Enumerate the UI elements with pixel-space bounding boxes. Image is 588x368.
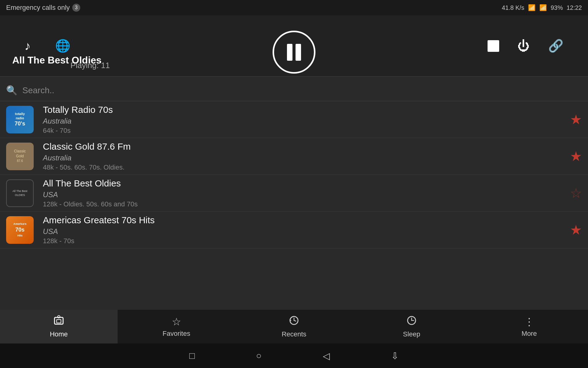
logo-oldies-img: All The BestOLDIES [6, 179, 34, 207]
nav-home[interactable]: Home [0, 310, 118, 343]
pause-button[interactable] [273, 31, 315, 74]
station-info: Americas Greatest 70s Hits USA 128k - 70… [43, 215, 564, 245]
pause-icon [287, 44, 301, 61]
station-item[interactable]: All The BestOLDIES All The Best Oldies U… [0, 175, 588, 212]
nav-more-label: More [522, 330, 537, 338]
recents-icon [288, 315, 300, 328]
back-button[interactable]: ◁ [323, 351, 330, 361]
sleep-icon [406, 315, 417, 328]
logo-70s-img: totallyradio70's [6, 106, 34, 133]
pause-bar-right [296, 44, 301, 61]
power-button[interactable]: ⏻ [518, 39, 530, 53]
station-logo: ClassicGold87.6 [6, 143, 34, 170]
station-item[interactable]: America's70sHits Americas Greatest 70s H… [0, 212, 588, 248]
station-name: Totally Radio 70s [43, 105, 564, 115]
nav-recents-label: Recents [282, 330, 307, 338]
station-item[interactable]: totallyradio70's Totally Radio 70s Austr… [0, 101, 588, 138]
logo-americas-img: America's70sHits [6, 216, 34, 244]
station-bitrate: 128k - Oldies. 50s. 60s and 70s [43, 200, 564, 208]
now-playing-title: All The Best Oldies [6, 55, 108, 66]
bluetooth-icon: 📶 [528, 4, 536, 11]
favorite-button[interactable]: ☆ [570, 185, 582, 201]
svg-rect-1 [57, 320, 61, 323]
logo-classic-gold-img: ClassicGold87.6 [6, 143, 34, 170]
station-logo: America's70sHits [6, 216, 34, 244]
pause-bar-left [287, 44, 292, 61]
signal-icon: 📶 [539, 4, 547, 11]
svg-line-5 [294, 320, 296, 321]
favorite-button[interactable]: ★ [570, 112, 582, 127]
station-country: Australia [43, 117, 564, 125]
station-bitrate: 128k - 70s [43, 237, 564, 245]
status-bar-right: 41.8 K/s 📶 📶 93% 12:22 [502, 4, 582, 11]
left-controls: ♪ 🌐 [24, 39, 70, 53]
share-button[interactable]: 🔗 [548, 39, 564, 53]
station-country: Australia [43, 154, 564, 162]
music-icon: ♪ [24, 39, 31, 53]
station-info: All The Best Oldies USA 128k - Oldies. 5… [43, 178, 564, 208]
home-button[interactable]: ○ [256, 351, 262, 361]
player-area: ♪ 🌐 ⏻ 🔗 Playing: 11 [0, 15, 588, 77]
station-logo: All The BestOLDIES [6, 179, 34, 207]
station-name: Americas Greatest 70s Hits [43, 215, 564, 225]
station-name: Classic Gold 87.6 Fm [43, 141, 564, 152]
notification-badge: 3 [72, 4, 80, 12]
emergency-text: Emergency calls only [6, 4, 70, 12]
battery-text: 93% [551, 4, 563, 11]
station-info: Totally Radio 70s Australia 64k - 70s [43, 105, 564, 135]
nav-sleep[interactable]: Sleep [353, 310, 470, 343]
nav-favorites-label: Favorites [163, 330, 190, 338]
network-speed: 41.8 K/s [502, 4, 524, 11]
bottom-nav: Home ☆ Favorites Recents Sleep ⋮ [0, 310, 588, 343]
nav-favorites[interactable]: ☆ Favorites [118, 310, 235, 343]
favorites-icon: ☆ [172, 316, 181, 328]
station-list: totallyradio70's Totally Radio 70s Austr… [0, 101, 588, 319]
search-input[interactable] [22, 86, 582, 95]
station-info: Classic Gold 87.6 Fm Australia 48k - 50s… [43, 141, 564, 171]
station-country: USA [43, 227, 564, 236]
right-controls: ⏻ 🔗 [488, 39, 564, 53]
status-bar: Emergency calls only 3 41.8 K/s 📶 📶 93% … [0, 0, 588, 15]
stop-button[interactable] [488, 40, 499, 52]
station-bitrate: 48k - 50s. 60s. 70s. Oldies. [43, 163, 564, 171]
status-bar-left: Emergency calls only 3 [6, 4, 80, 12]
system-nav: □ ○ ◁ ⇩ [0, 343, 588, 368]
nav-home-label: Home [50, 330, 68, 338]
time-display: 12:22 [567, 4, 582, 11]
search-icon: 🔍 [6, 85, 17, 96]
menu-button[interactable]: ⇩ [391, 351, 399, 361]
favorite-button[interactable]: ★ [570, 222, 582, 238]
more-icon: ⋮ [524, 316, 534, 328]
search-area: 🔍 [0, 80, 588, 101]
recent-apps-button[interactable]: □ [189, 351, 195, 361]
player-controls: ♪ 🌐 ⏻ 🔗 [0, 39, 588, 53]
nav-recents[interactable]: Recents [235, 310, 353, 343]
station-country: USA [43, 190, 564, 199]
nav-sleep-label: Sleep [403, 330, 420, 338]
station-bitrate: 64k - 70s [43, 127, 564, 135]
globe-icon: 🌐 [55, 39, 70, 53]
home-icon [53, 315, 64, 328]
favorite-button[interactable]: ★ [570, 148, 582, 164]
station-name: All The Best Oldies [43, 178, 564, 189]
nav-more[interactable]: ⋮ More [470, 310, 588, 343]
station-item[interactable]: ClassicGold87.6 Classic Gold 87.6 Fm Aus… [0, 138, 588, 175]
station-logo: totallyradio70's [6, 106, 34, 133]
